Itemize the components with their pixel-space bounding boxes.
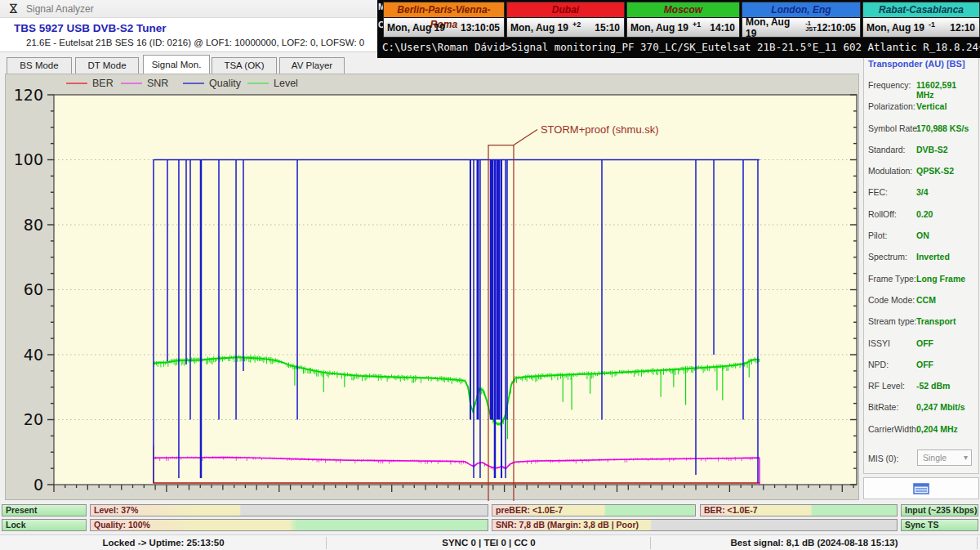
field-label: Frequency:: [868, 80, 911, 90]
clock-utc-offset: -1JST: [805, 21, 817, 32]
indicator-present: Present: [2, 504, 87, 516]
field-label: BitRate:: [868, 402, 898, 412]
clock-time: 12:10: [950, 22, 979, 34]
svg-text:100: 100: [14, 150, 43, 168]
field-label: Frame Type:: [868, 274, 916, 284]
clock-utc-offset: +2: [572, 20, 581, 29]
tab-bs-mode[interactable]: BS Mode: [7, 57, 72, 74]
svg-text:BER: BER: [92, 78, 114, 89]
app-icon: ⋈: [7, 2, 20, 14]
indicator-bars: PresentLevel: 37%preBER: <1.0E-7BER: <1.…: [0, 503, 980, 534]
svg-text:SNR: SNR: [147, 78, 168, 89]
signal-chart: 020406080100120STORM+proof (shmu.sk)BERS…: [6, 74, 860, 501]
clock-time: 12:10:05: [817, 22, 860, 34]
screen-icon: [913, 483, 929, 494]
indicator-label: Level: 37%: [91, 505, 138, 515]
transponder-row: CarrierWidth:0,204 MHz: [868, 418, 976, 440]
field-value: QPSK-S2: [916, 166, 954, 176]
transponder-row: Pilot:ON: [868, 225, 976, 246]
field-value: 0,247 Mbit/s: [916, 402, 965, 412]
field-label: Modulation:: [868, 166, 912, 176]
signal-chart-panel: 020406080100120STORM+proof (shmu.sk)BERS…: [5, 74, 859, 500]
indicator-sync-ts: Sync TS: [901, 519, 978, 531]
clock-time-row: Mon, Aug 19-1JST12:10:05: [742, 18, 860, 37]
transponder-row: Frame Type:Long Frame: [868, 268, 976, 289]
field-label: Code Mode:: [868, 295, 915, 305]
clock-city-name: Moscow: [627, 2, 739, 18]
status-section-0: Locked -> Uptime: 25:13:50: [0, 535, 327, 550]
svg-text:40: 40: [24, 346, 43, 364]
clock-time-row: Mon, Aug 19+114:10: [627, 18, 739, 37]
field-value: 0.20: [916, 209, 933, 219]
status-section-1: SYNC 0 | TEI 0 | CC 0: [327, 535, 651, 550]
field-value: 3/4: [916, 187, 929, 197]
svg-text:120: 120: [14, 86, 43, 104]
status-section-2: Best signal: 8,1 dB (2024-08-18 15:13): [651, 535, 978, 550]
field-value: DVB-S2: [916, 145, 948, 154]
capture-button[interactable]: [863, 477, 979, 499]
transponder-row: ISSYIOFF: [868, 333, 976, 354]
window-title: Signal Analyzer: [26, 3, 94, 15]
indicator-label: Sync TS: [902, 520, 938, 530]
mis-label: MIS (0):: [868, 454, 898, 463]
clock-date: Mon, Aug 19: [863, 22, 924, 34]
clock-date: Mon, Aug 19: [627, 22, 688, 34]
clock-time-row: Mon, Aug 19-112:10: [863, 18, 979, 37]
indicator-input: Input (~235 Kbps): [901, 504, 978, 516]
world-clock-strip: Berlin-Paris-Vienna-RomaMon, Aug 1913:10…: [383, 2, 980, 38]
clock-date: Mon, Aug 19: [742, 16, 802, 39]
status-bar: Locked -> Uptime: 25:13:50SYNC 0 | TEI 0…: [0, 534, 980, 550]
field-label: Standard:: [868, 145, 906, 154]
transponder-row: Modulation:QPSK-S2: [868, 160, 976, 181]
indicator-lock: Lock: [2, 519, 87, 531]
tab-av-player[interactable]: AV Player: [279, 57, 345, 74]
indicator-label: Quality: 100%: [91, 520, 150, 530]
svg-text:20: 20: [24, 410, 43, 428]
tab-tsa-ok-[interactable]: TSA (OK): [212, 57, 277, 74]
transponder-row: FEC:3/4: [868, 181, 976, 203]
clock-time: 13:10:05: [461, 22, 504, 34]
mis-select[interactable]: Single▾: [917, 449, 972, 466]
svg-text:STORM+proof (shmu.sk): STORM+proof (shmu.sk): [541, 123, 659, 136]
console-command-line: C:\Users\Roman Dávid>Signal monitoring_P…: [382, 41, 980, 53]
field-value: ON: [916, 230, 929, 240]
clock-city-name: Berlin-Paris-Vienna-Roma: [384, 2, 504, 18]
field-label: RollOff:: [868, 209, 897, 219]
clock-london-eng: London, EngMon, Aug 19-1JST12:10:05: [742, 2, 861, 38]
signal-analyzer-window: ⋈ Signal Analyzer TBS 5927 USB DVB-S2 Tu…: [0, 0, 980, 550]
transponder-sidebar: Transponder (AU) [BS] Frequency:11602,59…: [863, 57, 979, 474]
field-value: Long Frame: [916, 274, 965, 284]
field-value: OFF: [916, 338, 933, 348]
indicator-level: Level: 37%: [90, 504, 488, 516]
transponder-row: Frequency:11602,591 MHz: [868, 74, 976, 96]
clock-moscow: MoscowMon, Aug 19+114:10: [626, 2, 740, 38]
indicator-label: Lock: [2, 520, 26, 530]
field-label: Symbol Rate:: [868, 123, 920, 133]
indicator-label: Input (~235 Kbps): [902, 505, 977, 515]
field-label: Pilot:: [868, 230, 887, 240]
clock-time: 15:10: [595, 22, 624, 34]
transponder-row: Polarization:Vertical: [868, 96, 976, 117]
tab-signal-mon-[interactable]: Signal Mon.: [143, 55, 210, 75]
transponder-row: Standard:DVB-S2: [868, 139, 976, 160]
status-divider: [977, 537, 978, 549]
indicator-label: preBER: <1.0E-7: [492, 505, 563, 515]
field-value: 170,988 KS/s: [916, 123, 969, 133]
field-value: Vertical: [916, 101, 947, 111]
svg-text:60: 60: [24, 280, 43, 298]
clock-time-row: Mon, Aug 19+215:10: [507, 18, 624, 37]
tab-dt-mode[interactable]: DT Mode: [75, 57, 139, 74]
indicator-label: Present: [2, 505, 38, 515]
transponder-row: NPD:OFF: [868, 354, 976, 375]
field-value: Transport: [916, 316, 956, 326]
field-label: Stream type:: [868, 316, 917, 326]
clock-rabat-casablanca: Rabat-CasablancaMon, Aug 19-112:10: [862, 2, 980, 38]
transponder-row: Symbol Rate:170,988 KS/s: [868, 118, 976, 139]
transponder-row: RollOff:0.20: [868, 203, 976, 225]
clock-date: Mon, Aug 19: [507, 22, 568, 34]
transponder-row: Spectrum:Inverted: [868, 246, 976, 267]
field-label: Polarization:: [868, 101, 915, 111]
svg-text:0: 0: [33, 476, 43, 494]
field-label: CarrierWidth:: [868, 424, 919, 434]
field-label: NPD:: [868, 360, 889, 369]
